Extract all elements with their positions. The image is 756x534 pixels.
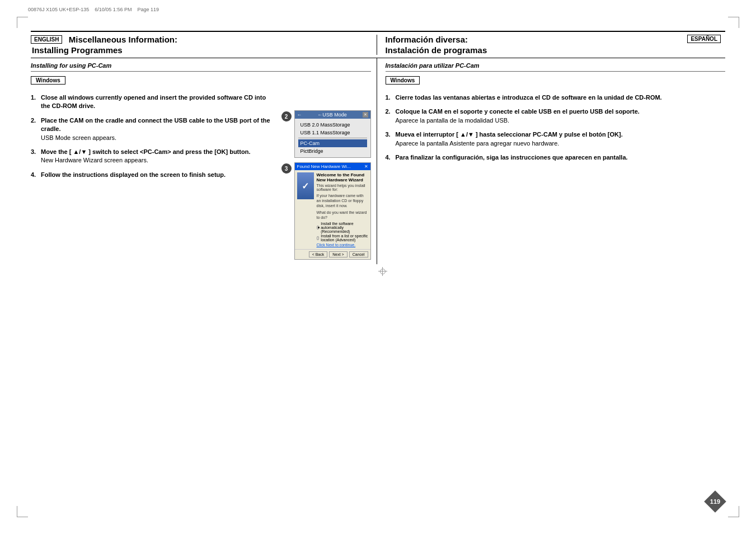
list-item: 4. Follow the instructions displayed on … (31, 171, 276, 179)
step-bold: Close all windows currently opened and i… (41, 94, 266, 109)
step-normal: Aparece la pantalla de la modalidad USB. (396, 117, 510, 124)
step-content: Coloque la CAM en el soporte y conecte e… (396, 107, 726, 125)
wizard-text: Welcome to the Found New Hardware Wizard… (317, 172, 368, 247)
usb-item-usb20[interactable]: USB 2.0 MassStorage (298, 121, 367, 129)
screenshot-usb-mode: 2 ← ←USB Mode ✕ USB 2.0 MassStorage USB … (281, 110, 371, 158)
wizard-subtitle: This wizard helps you install software f… (317, 184, 368, 191)
wizard-title-text: Found New Hardware Wi... (297, 164, 351, 169)
english-steps-with-screenshots: 1. Close all windows currently opened an… (31, 93, 371, 264)
spanish-badge: ESPAÑOL (687, 35, 721, 43)
step-number: 4. (386, 153, 396, 162)
list-item: 3. Mueva el interruptor [ ▲/▼ ] hasta se… (386, 130, 726, 148)
screenshot-wizard: 3 Found New Hardware Wi... ✕ ✓ (281, 162, 371, 260)
crop-mark-tl (17, 17, 28, 28)
wizard-dialog: Found New Hardware Wi... ✕ ✓ (294, 162, 371, 260)
wizard-radio-item-auto[interactable]: Install the software automatically (Reco… (317, 222, 368, 233)
wizard-checkmark-icon: ✓ (302, 181, 309, 191)
file-info: 00876J X105 UK+ESP-135 6/10/05 1:56 PM P… (28, 7, 159, 12)
step-number: 2. (31, 116, 41, 142)
wizard-cancel-button[interactable]: Cancel (349, 251, 368, 257)
wizard-radio-label-manual: Install from a list or specific location… (321, 234, 368, 242)
english-windows-label: Windows (31, 76, 65, 85)
english-title-sub: Installing Programmes (31, 45, 371, 55)
wizard-body: ✓ Welcome to the Found New Hardware Wiza… (295, 170, 370, 249)
usb-mode-title-icon: ← (297, 112, 302, 118)
crop-mark-br (728, 506, 739, 517)
step-number: 4. (31, 171, 41, 179)
screenshots-column: 2 ← ←USB Mode ✕ USB 2.0 MassStorage USB … (281, 93, 371, 264)
usb-mode-title-text: ←USB Mode (317, 112, 347, 118)
content-columns: Installing for using PC-Cam Windows 1. C… (31, 58, 725, 264)
step-bold: Para finalizar la configuración, siga la… (396, 154, 628, 161)
step-normal: New Hardware Wizard screen appears. (41, 157, 148, 163)
crop-mark-bl (17, 506, 28, 517)
wizard-close-btn[interactable]: ✕ (364, 164, 368, 169)
step-content: Close all windows currently opened and i… (41, 93, 276, 111)
content-left: Installing for using PC-Cam Windows 1. C… (31, 58, 377, 264)
step-content: Place the CAM on the cradle and connect … (41, 116, 276, 142)
step-number: 3. (386, 130, 396, 148)
spanish-windows-label: Windows (386, 76, 420, 85)
spanish-steps-list: 1. Cierre todas las ventanas abiertas e … (386, 93, 726, 162)
step-content: Cierre todas las ventanas abiertas e int… (396, 93, 726, 102)
english-section-title-row: Installing for using PC-Cam (31, 62, 371, 72)
wizard-radio-group: Install the software automatically (Reco… (317, 222, 368, 242)
wizard-body-text: If your hardware came with an installati… (317, 193, 368, 208)
page-number-text: 119 (705, 491, 725, 512)
step-bold: Place the CAM on the cradle and connect … (41, 117, 270, 132)
wizard-next-button[interactable]: Next > (329, 251, 347, 257)
step-content: Para finalizar la configuración, siga la… (396, 153, 726, 162)
content-right: Instalación para utilizar PC-Cam Windows… (377, 58, 726, 264)
header-right: Información diversa: Instalación de prog… (377, 35, 726, 55)
usb-divider (298, 138, 367, 138)
crop-mark-tr (728, 17, 739, 28)
header-row: ENGLISH Miscellaneous Information: Insta… (31, 32, 725, 58)
list-item: 4. Para finalizar la configuración, siga… (386, 153, 726, 162)
step-circle-2: 2 (281, 111, 292, 121)
list-item: 1. Close all windows currently opened an… (31, 93, 276, 111)
step-normal: Aparece la pantalla Asistente para agreg… (396, 140, 560, 147)
list-item: 3. Move the [ ▲/▼ ] switch to select <PC… (31, 148, 276, 165)
spanish-windows-container: Windows (386, 76, 726, 89)
spanish-titles: Información diversa: Instalación de prog… (386, 35, 487, 55)
wizard-back-button[interactable]: < Back (309, 251, 328, 257)
wizard-radio-auto[interactable] (317, 226, 320, 229)
spanish-title-sub: Instalación de programas (386, 45, 487, 55)
usb-item-pccam[interactable]: PC-Cam (298, 139, 367, 147)
wizard-question: What do you want the wizard to do? (317, 210, 368, 220)
usb-mode-titlebar: ← ←USB Mode ✕ (295, 111, 370, 119)
spanish-section-title-row: Instalación para utilizar PC-Cam (386, 62, 726, 72)
step-circle-3: 3 (281, 163, 292, 174)
close-button[interactable]: ✕ (363, 112, 368, 118)
step-bold: Cierre todas las ventanas abiertas e int… (396, 94, 662, 101)
usb-item-pictbridge[interactable]: PictBridge (298, 147, 367, 155)
crosshair-circle (380, 269, 386, 274)
list-item: 2. Place the CAM on the cradle and conne… (31, 116, 276, 142)
spanish-section-title: Instalación para utilizar PC-Cam (386, 62, 480, 69)
step-content: Move the [ ▲/▼ ] switch to select <PC-Ca… (41, 148, 276, 165)
usb-mode-body: USB 2.0 MassStorage USB 1.1 MassStorage … (295, 119, 370, 157)
usb-item-usb11[interactable]: USB 1.1 MassStorage (298, 129, 367, 137)
step-number: 1. (386, 93, 396, 102)
wizard-radio-manual[interactable] (317, 236, 320, 240)
step-bold: Follow the instructions displayed on the… (41, 171, 226, 178)
usb-mode-dialog: ← ←USB Mode ✕ USB 2.0 MassStorage USB 1.… (294, 110, 371, 158)
step-bold: Move the [ ▲/▼ ] switch to select <PC-Ca… (41, 148, 250, 155)
list-item: 1. Cierre todas las ventanas abiertas e … (386, 93, 726, 102)
step-number: 2. (386, 107, 396, 125)
page-number-area: 119 (705, 491, 725, 512)
wizard-more-link[interactable]: Click Next to continue. (317, 243, 368, 247)
english-badge: ENGLISH (31, 35, 62, 44)
wizard-radio-item-manual[interactable]: Install from a list or specific location… (317, 234, 368, 242)
wizard-radio-label-auto: Install the software automatically (Reco… (321, 222, 368, 233)
wizard-icon-graphic: ✓ (297, 172, 314, 199)
wizard-icon: ✓ (297, 172, 314, 247)
wizard-main-title: Welcome to the Found New Hardware Wizard (317, 172, 368, 182)
step-bold: Mueva el interruptor [ ▲/▼ ] hasta selec… (396, 131, 623, 138)
list-item: 2. Coloque la CAM en el soporte y conect… (386, 107, 726, 125)
page-number-container: 119 (705, 491, 725, 512)
step-content: Mueva el interruptor [ ▲/▼ ] hasta selec… (396, 130, 726, 148)
wizard-titlebar: Found New Hardware Wi... ✕ (295, 163, 370, 170)
english-section-title: Installing for using PC-Cam (31, 62, 111, 69)
step-normal: USB Mode screen appears. (41, 134, 116, 141)
